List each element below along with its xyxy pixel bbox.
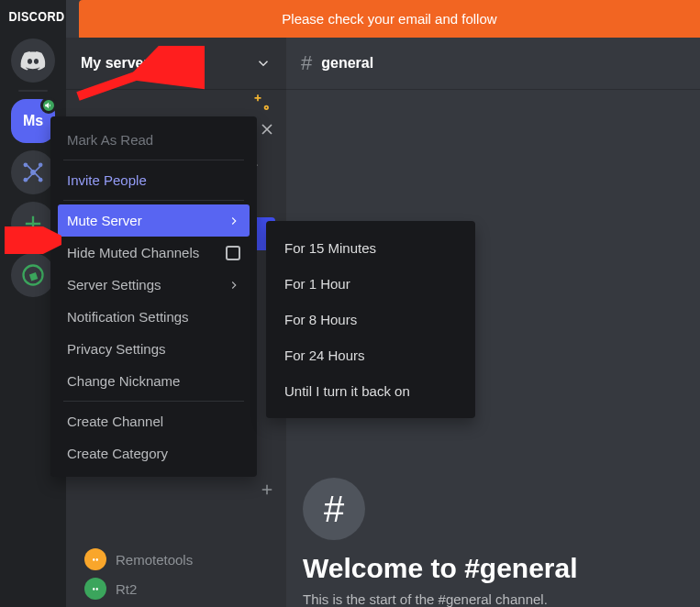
server-icon-2[interactable] bbox=[11, 150, 55, 194]
channel-name: general bbox=[321, 55, 373, 72]
mute-until-off[interactable]: Until I turn it back on bbox=[275, 373, 466, 409]
menu-label: Create Category bbox=[67, 446, 168, 461]
mute-8-hours[interactable]: For 8 Hours bbox=[275, 302, 466, 337]
member-name: Remotetools bbox=[116, 552, 193, 568]
menu-label: Mute Server bbox=[67, 213, 142, 228]
rail-separator bbox=[18, 90, 48, 92]
welcome-block: # Welcome to #general This is the start … bbox=[303, 478, 700, 607]
email-verification-banner[interactable]: Please check your email and follow bbox=[79, 0, 700, 38]
menu-label: Server Settings bbox=[67, 277, 161, 292]
menu-privacy-settings[interactable]: Privacy Settings bbox=[58, 333, 250, 365]
compass-icon bbox=[20, 262, 46, 288]
menu-separator bbox=[63, 160, 244, 160]
channel-icon-large: # bbox=[303, 478, 365, 540]
server-name: My server bbox=[81, 55, 150, 72]
svg-point-6 bbox=[265, 106, 269, 110]
discord-logo-icon bbox=[89, 553, 102, 566]
sparkle-decoration bbox=[251, 93, 277, 118]
welcome-subtitle: This is the start of the #general channe… bbox=[303, 591, 700, 607]
checkbox-empty-icon bbox=[226, 246, 240, 260]
discord-logo-icon bbox=[20, 48, 46, 73]
menu-label: Change Nickname bbox=[67, 373, 180, 389]
menu-label: Privacy Settings bbox=[67, 341, 166, 357]
menu-separator bbox=[63, 200, 244, 201]
voice-connected-badge bbox=[40, 97, 57, 114]
chevron-right-icon bbox=[228, 215, 240, 227]
mute-1-hour[interactable]: For 1 Hour bbox=[275, 266, 466, 302]
mute-24-hours[interactable]: For 24 Hours bbox=[275, 337, 466, 373]
member-name: Rt2 bbox=[116, 581, 137, 597]
close-icon bbox=[258, 120, 276, 138]
menu-change-nickname[interactable]: Change Nickname bbox=[58, 365, 250, 397]
avatar bbox=[84, 548, 106, 570]
menu-mark-as-read[interactable]: Mark As Read bbox=[58, 124, 250, 156]
add-server-button[interactable] bbox=[11, 202, 55, 246]
chevron-down-icon bbox=[255, 55, 272, 72]
hub-icon bbox=[20, 160, 46, 185]
close-button[interactable] bbox=[258, 120, 276, 142]
mute-duration-submenu: For 15 Minutes For 1 Hour For 8 Hours Fo… bbox=[266, 221, 475, 418]
menu-label: Invite People bbox=[67, 172, 147, 188]
menu-label: Mark As Read bbox=[67, 132, 153, 148]
menu-separator bbox=[63, 401, 244, 402]
member-row[interactable]: Rt2 bbox=[84, 578, 193, 600]
discord-wordmark: DISCORD bbox=[4, 2, 70, 31]
menu-label: Notification Settings bbox=[67, 309, 189, 325]
server-context-menu: Mark As Read Invite People Mute Server H… bbox=[50, 116, 257, 477]
chevron-right-icon bbox=[228, 279, 240, 292]
menu-notification-settings[interactable]: Notification Settings bbox=[58, 301, 250, 333]
svg-point-1 bbox=[24, 163, 28, 168]
members-list: Remotetools Rt2 bbox=[84, 548, 193, 600]
menu-invite-people[interactable]: Invite People bbox=[58, 164, 250, 196]
avatar bbox=[84, 578, 106, 600]
menu-label: Hide Muted Channels bbox=[67, 245, 199, 260]
plus-icon bbox=[259, 481, 275, 498]
menu-server-settings[interactable]: Server Settings bbox=[58, 269, 250, 301]
hash-icon: # bbox=[301, 51, 312, 75]
member-row[interactable]: Remotetools bbox=[84, 548, 193, 570]
menu-create-channel[interactable]: Create Channel bbox=[58, 405, 250, 437]
server-name-dropdown[interactable]: My server bbox=[66, 38, 286, 89]
discord-logo-icon bbox=[89, 582, 102, 595]
menu-hide-muted-channels[interactable]: Hide Muted Channels bbox=[58, 237, 250, 269]
speaker-icon bbox=[44, 101, 53, 110]
menu-mute-server[interactable]: Mute Server bbox=[58, 204, 250, 237]
server-initials: Ms bbox=[23, 113, 43, 129]
server-icon-active[interactable]: Ms bbox=[11, 99, 55, 143]
mute-15-min[interactable]: For 15 Minutes bbox=[275, 230, 466, 266]
add-category-button[interactable] bbox=[259, 481, 275, 502]
svg-point-3 bbox=[24, 178, 28, 182]
channel-header: # general bbox=[286, 38, 700, 89]
menu-create-category[interactable]: Create Category bbox=[58, 437, 250, 469]
welcome-title: Welcome to #general bbox=[303, 553, 700, 584]
menu-label: Create Channel bbox=[67, 414, 163, 429]
explore-servers-button[interactable] bbox=[11, 253, 55, 297]
home-button[interactable] bbox=[11, 39, 55, 83]
plus-icon bbox=[20, 211, 46, 237]
